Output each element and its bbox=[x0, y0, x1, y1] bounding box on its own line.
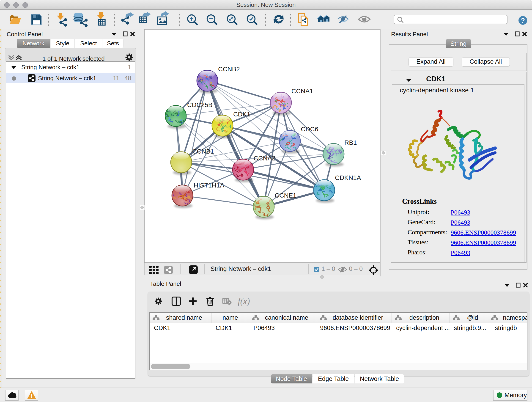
svg-text:CCNA1: CCNA1 bbox=[291, 88, 313, 95]
svg-text:HIST1H1A: HIST1H1A bbox=[194, 182, 224, 189]
svg-text:f(x): f(x) bbox=[238, 297, 250, 306]
svg-text:CDC25B: CDC25B bbox=[187, 101, 212, 108]
svg-text:CCNE1: CCNE1 bbox=[275, 192, 297, 199]
svg-text:CDK1: CDK1 bbox=[233, 111, 250, 118]
svg-text:CDC6: CDC6 bbox=[301, 126, 318, 133]
svg-text:RB1: RB1 bbox=[344, 139, 357, 146]
svg-text:CCNA2: CCNA2 bbox=[254, 155, 275, 162]
svg-text:CDKN1A: CDKN1A bbox=[335, 174, 361, 181]
svg-text:CCNB2: CCNB2 bbox=[218, 65, 240, 73]
svg-text:?: ? bbox=[521, 17, 525, 24]
svg-text:CCNB1: CCNB1 bbox=[192, 148, 214, 155]
